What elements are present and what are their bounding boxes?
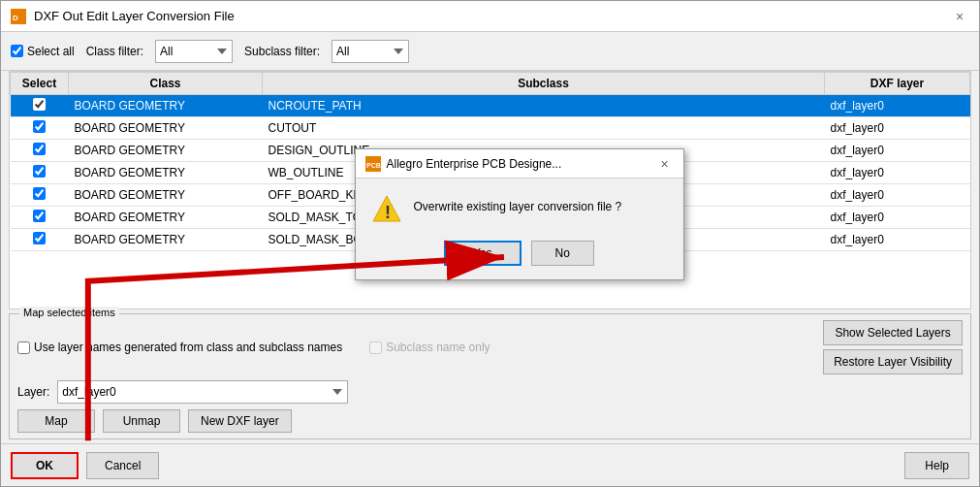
row-checkbox[interactable]: [33, 165, 46, 178]
col-subclass: Subclass: [263, 73, 825, 95]
use-layer-names-label[interactable]: Use layer names generated from class and…: [17, 341, 342, 354]
dialog-buttons: Yes No: [356, 233, 683, 279]
subclass-filter-select[interactable]: All: [332, 40, 409, 63]
col-select: Select: [11, 73, 69, 95]
title-bar-left: D DXF Out Edit Layer Conversion File: [11, 9, 235, 24]
dialog-app-icon: PCB: [365, 156, 381, 172]
row-checkbox[interactable]: [33, 98, 46, 111]
use-layer-names-checkbox[interactable]: [17, 341, 30, 354]
cell-class: BOARD GEOMETRY: [69, 117, 263, 140]
cell-dxf: dxf_layer0: [825, 207, 970, 229]
cell-dxf: dxf_layer0: [825, 140, 970, 162]
table-row[interactable]: BOARD GEOMETRYCUTOUTdxf_layer0: [11, 117, 970, 140]
select-all-label[interactable]: Select all: [11, 45, 75, 58]
svg-text:!: !: [385, 203, 391, 222]
map-selected-group: Map selected items Use layer names gener…: [9, 313, 971, 439]
subclass-filter-label: Subclass filter:: [244, 45, 320, 58]
cell-dxf: dxf_layer0: [825, 162, 970, 184]
subclass-only-checkbox[interactable]: [369, 341, 382, 354]
table-row[interactable]: BOARD GEOMETRYNCROUTE_PATHdxf_layer0: [11, 95, 970, 117]
cell-select: [11, 95, 69, 117]
row-checkbox[interactable]: [33, 232, 46, 244]
cell-class: BOARD GEOMETRY: [69, 140, 263, 162]
row-checkbox[interactable]: [33, 120, 46, 133]
restore-layer-visibility-button[interactable]: Restore Layer Visibility: [823, 349, 963, 374]
dialog-close-button[interactable]: ×: [656, 155, 674, 173]
toolbar: Select all Class filter: All Subclass fi…: [1, 32, 979, 71]
title-bar: D DXF Out Edit Layer Conversion File ×: [1, 1, 979, 32]
cell-select: [11, 207, 69, 229]
select-all-checkbox[interactable]: [11, 45, 23, 57]
cell-class: BOARD GEOMETRY: [69, 162, 263, 184]
warning-icon: !: [371, 194, 402, 225]
cancel-button[interactable]: Cancel: [86, 452, 159, 479]
dialog-body: ! Overwrite existing layer conversion fi…: [356, 179, 683, 233]
table-header-row: Select Class Subclass DXF layer: [11, 73, 970, 95]
cell-class: BOARD GEOMETRY: [69, 229, 263, 251]
cell-dxf: dxf_layer0: [825, 229, 970, 251]
row-checkbox[interactable]: [33, 143, 46, 155]
app-icon: D: [11, 9, 26, 24]
main-window: D DXF Out Edit Layer Conversion File × S…: [0, 0, 980, 487]
bottom-bar: OK Cancel Help: [1, 443, 979, 486]
window-close-button[interactable]: ×: [950, 7, 969, 26]
layer-label: Layer:: [17, 385, 49, 399]
ok-button[interactable]: OK: [11, 452, 79, 479]
dialog-yes-button[interactable]: Yes: [444, 241, 522, 266]
col-class: Class: [69, 73, 263, 95]
map-button[interactable]: Map: [17, 409, 95, 433]
cell-dxf: dxf_layer0: [825, 117, 970, 140]
cell-class: BOARD GEOMETRY: [69, 95, 263, 117]
cell-dxf: dxf_layer0: [825, 184, 970, 207]
class-filter-select[interactable]: All: [155, 40, 233, 63]
layer-row: Layer: dxf_layer0: [17, 380, 963, 404]
class-filter-label: Class filter:: [86, 45, 143, 58]
svg-text:D: D: [13, 14, 18, 22]
cell-select: [11, 140, 69, 162]
right-buttons: Show Selected Layers Restore Layer Visib…: [823, 320, 963, 374]
map-row-options: Use layer names generated from class and…: [17, 320, 963, 374]
unmap-button[interactable]: Unmap: [103, 409, 180, 433]
col-dxf: DXF layer: [825, 73, 970, 95]
cell-select: [11, 229, 69, 251]
window-title: DXF Out Edit Layer Conversion File: [34, 9, 235, 23]
row-checkbox[interactable]: [33, 210, 46, 222]
cell-class: BOARD GEOMETRY: [69, 207, 263, 229]
cell-select: [11, 184, 69, 207]
row-checkbox[interactable]: [33, 187, 46, 200]
dialog-title-left: PCB Allegro Enterprise PCB Designe...: [365, 156, 562, 172]
dialog-no-button[interactable]: No: [531, 241, 594, 266]
cell-subclass: CUTOUT: [263, 117, 825, 140]
cell-subclass: NCROUTE_PATH: [263, 95, 825, 117]
map-buttons-row: Map Unmap New DXF layer: [17, 409, 963, 433]
help-button[interactable]: Help: [904, 452, 969, 479]
dialog-title-text: Allegro Enterprise PCB Designe...: [387, 157, 562, 171]
svg-text:PCB: PCB: [366, 162, 381, 169]
show-selected-layers-button[interactable]: Show Selected Layers: [823, 320, 963, 345]
dialog-box: PCB Allegro Enterprise PCB Designe... × …: [355, 148, 684, 280]
cell-dxf: dxf_layer0: [825, 95, 970, 117]
dialog-title-bar: PCB Allegro Enterprise PCB Designe... ×: [356, 149, 683, 179]
cell-class: BOARD GEOMETRY: [69, 184, 263, 207]
group-legend: Map selected items: [19, 307, 119, 318]
layer-select-container: dxf_layer0: [57, 380, 963, 404]
cell-select: [11, 162, 69, 184]
subclass-only-label[interactable]: Subclass name only: [369, 341, 490, 354]
cell-select: [11, 117, 69, 140]
layer-select[interactable]: dxf_layer0: [57, 380, 348, 404]
dialog-message: Overwrite existing layer conversion file…: [414, 198, 622, 215]
new-dxf-layer-button[interactable]: New DXF layer: [188, 409, 292, 433]
